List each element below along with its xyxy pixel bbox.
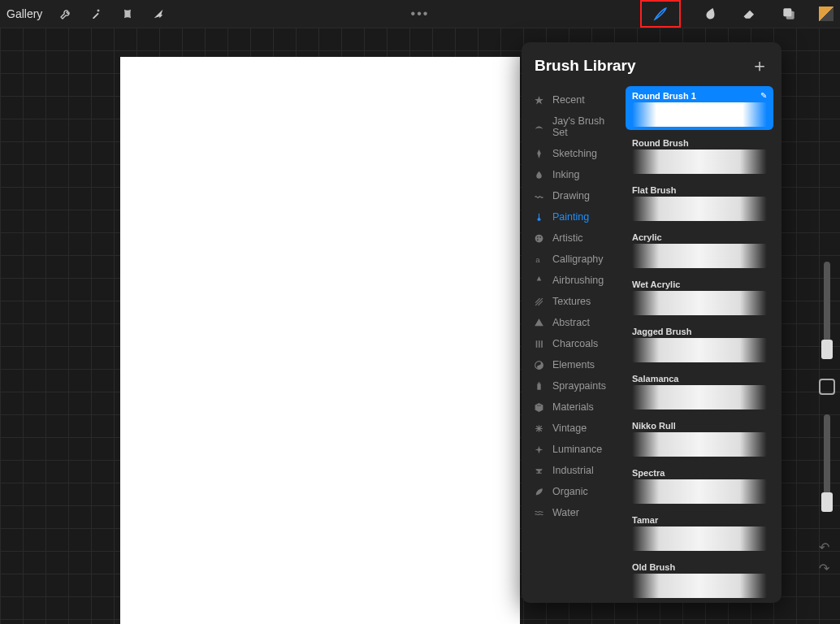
category-label: Painting [552, 211, 589, 223]
arrow-icon[interactable] [151, 6, 166, 21]
category-label: Vintage [552, 422, 587, 434]
brush-item[interactable]: Tamar [626, 510, 773, 554]
category-item-luminance[interactable]: Luminance [522, 439, 626, 460]
category-label: Recent [552, 94, 585, 106]
category-label: Drawing [552, 190, 590, 202]
category-item-water[interactable]: Water [522, 502, 626, 523]
top-toolbar: Gallery ••• [0, 0, 840, 28]
category-item-vintage[interactable]: Vintage [522, 418, 626, 439]
brush-item[interactable]: Round Brush [626, 133, 773, 177]
brush-stroke-preview [632, 291, 767, 315]
category-item-jays[interactable]: Jay's Brush Set [522, 110, 626, 143]
bars-icon [533, 338, 544, 349]
category-item-inking[interactable]: Inking [522, 164, 626, 185]
wrench-icon[interactable] [58, 6, 73, 21]
undo-button[interactable]: ↶ [819, 540, 835, 551]
brush-stroke-preview [632, 197, 767, 221]
category-label: Artistic [552, 232, 583, 244]
category-item-artistic[interactable]: Artistic [522, 228, 626, 249]
brush-stroke-preview [632, 574, 767, 598]
category-item-drawing[interactable]: Drawing [522, 185, 626, 206]
brush-stroke-preview [632, 244, 767, 268]
modify-button[interactable] [819, 379, 835, 395]
brush-item[interactable]: Nikko Rull [626, 416, 773, 460]
brush-stroke-preview [632, 385, 767, 410]
svg-text:a: a [535, 254, 540, 263]
category-item-abstract[interactable]: Abstract [522, 312, 626, 333]
category-label: Airbrushing [552, 275, 604, 286]
category-label: Sketching [552, 148, 597, 159]
category-label: Abstract [552, 317, 590, 328]
svg-point-5 [537, 239, 539, 240]
svg-rect-9 [541, 340, 543, 348]
category-label: Luminance [552, 444, 602, 455]
drawing-canvas[interactable] [120, 57, 520, 624]
category-label: Spraypaints [552, 380, 606, 392]
category-item-calligraphy[interactable]: aCalligraphy [522, 249, 626, 270]
category-item-sketching[interactable]: Sketching [522, 143, 626, 164]
brush-size-slider[interactable] [824, 262, 830, 359]
category-label: Inking [552, 169, 579, 180]
brush-label: Spectra [632, 468, 767, 478]
brush-label: Jagged Brush [632, 327, 767, 336]
category-label: Elements [552, 359, 595, 370]
leaf-icon [533, 486, 544, 497]
svg-point-4 [539, 236, 541, 238]
brush-list[interactable]: Round Brush 1✎Round BrushFlat BrushAcryl… [626, 86, 782, 603]
stroke-icon [533, 121, 544, 132]
category-item-spraypaints[interactable]: Spraypaints [522, 375, 626, 396]
selection-icon[interactable] [120, 6, 135, 21]
category-item-charcoals[interactable]: Charcoals [522, 333, 626, 354]
star-icon [533, 94, 544, 106]
panel-title: Brush Library [535, 57, 636, 75]
category-item-industrial[interactable]: Industrial [522, 460, 626, 481]
category-item-textures[interactable]: Textures [522, 291, 626, 312]
brush-label: Acrylic [632, 232, 767, 242]
category-item-painting[interactable]: Painting [522, 206, 626, 228]
brush-stroke-preview [632, 526, 767, 551]
brush-icon [533, 211, 544, 223]
triangle-icon [533, 317, 544, 328]
category-item-recent[interactable]: Recent [522, 89, 626, 110]
spray-icon [533, 275, 544, 286]
category-item-elements[interactable]: Elements [522, 354, 626, 375]
wand-icon[interactable] [89, 6, 104, 21]
layers-tool-icon[interactable] [780, 5, 798, 23]
category-item-organic[interactable]: Organic [522, 481, 626, 502]
brush-stroke-preview [632, 338, 767, 362]
asterisk-icon [533, 422, 544, 434]
palette-icon [533, 232, 544, 244]
category-item-airbrushing[interactable]: Airbrushing [522, 270, 626, 291]
brush-item[interactable]: Salamanca [626, 369, 773, 413]
brush-item[interactable]: Old Brush [626, 557, 773, 601]
color-picker-swatch[interactable] [819, 6, 834, 21]
script-a-icon: a [533, 254, 544, 265]
sparkle-icon [533, 444, 544, 455]
brush-stroke-preview [632, 102, 767, 127]
eraser-tool-icon[interactable] [741, 5, 759, 23]
add-brush-button[interactable]: ＋ [751, 54, 769, 78]
brush-stroke-preview [632, 150, 767, 174]
more-menu-button[interactable]: ••• [411, 6, 430, 21]
brush-label: Tamar [632, 515, 767, 525]
gallery-button[interactable]: Gallery [6, 7, 42, 20]
brush-category-list[interactable]: RecentJay's Brush SetSketchingInkingDraw… [522, 86, 626, 603]
brush-item[interactable]: Flat Brush [626, 180, 773, 224]
brush-opacity-slider[interactable] [824, 414, 830, 512]
redo-button[interactable]: ↷ [819, 561, 835, 572]
brush-tool-icon[interactable] [652, 5, 669, 23]
brush-item[interactable]: Spectra [626, 463, 773, 507]
waves-icon [533, 507, 544, 518]
svg-rect-12 [538, 382, 539, 384]
category-label: Textures [552, 296, 591, 307]
brush-item[interactable]: Acrylic [626, 228, 773, 271]
brush-tool-highlight [640, 0, 681, 28]
brush-item[interactable]: Round Brush 1✎ [626, 86, 773, 130]
edit-brush-icon[interactable]: ✎ [760, 91, 767, 100]
brush-item[interactable]: Wet Acrylic [626, 275, 773, 318]
smudge-tool-icon[interactable] [702, 5, 720, 23]
toolbar-right-group [640, 0, 834, 28]
category-item-materials[interactable]: Materials [522, 396, 626, 418]
brush-label: Round Brush 1 [632, 91, 767, 101]
brush-item[interactable]: Jagged Brush [626, 322, 773, 366]
